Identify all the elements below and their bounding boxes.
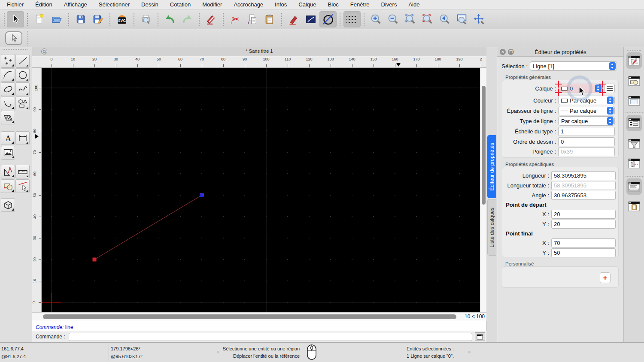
menu-item[interactable]: Cotation [170,1,191,8]
layer-menu-button[interactable] [605,84,615,93]
tool-points[interactable] [1,54,15,68]
linetype-dropdown[interactable]: Par calque [558,116,615,126]
zoom-in-button[interactable] [368,11,385,27]
zoom-window-button[interactable] [453,11,471,27]
tool-hatch[interactable] [1,111,15,124]
selection-mode-button[interactable] [5,31,22,45]
tool-solid[interactable] [1,198,15,212]
linetype-scale-input[interactable] [558,127,615,136]
end-x-input[interactable] [551,238,616,247]
save-button[interactable] [72,11,89,27]
vruler-tick [39,217,41,217]
draw-order-input[interactable] [558,137,615,146]
vertical-scrollbar[interactable] [480,68,486,312]
line-settings-button[interactable] [302,11,319,27]
svg-export-button[interactable]: SVG [113,11,131,27]
draft-mode-button[interactable] [319,11,337,27]
start-y-input[interactable] [551,220,616,229]
dock-view-list-button[interactable] [626,93,642,109]
vruler-tick [39,195,41,196]
zoom-range-label: 10 < 100 [465,314,485,320]
cut-button[interactable]: ✂+ [227,11,244,27]
menu-item[interactable]: Divers [381,1,397,8]
redo-button[interactable] [179,11,196,27]
panel-header: ✕ ❐ Éditeur de propriétés [497,47,624,57]
tab-property-editor[interactable]: Éditeur de propriétés [487,135,496,198]
menu-item[interactable]: Fichier [7,1,24,8]
redo-icon [181,13,193,25]
horizontal-scrollbar-thumb[interactable] [43,314,456,319]
new-file-button[interactable] [31,11,48,27]
tool-ellipse[interactable] [1,82,15,96]
dock-handle[interactable] [627,50,641,51]
dock-clipboard-button[interactable] [626,198,642,214]
menu-item[interactable]: Édition [35,1,52,8]
menu-item[interactable]: Bloc [328,1,338,8]
tool-circle[interactable] [15,68,30,82]
tab-layer-list[interactable]: Liste des calques [487,199,496,256]
dock-property-editor-button[interactable] [626,115,642,131]
tool-arc[interactable] [1,68,15,82]
delete-button[interactable] [203,11,220,27]
add-custom-property-button[interactable]: + [600,272,611,283]
menu-item[interactable]: Modifier [202,1,222,8]
menu-item[interactable]: Accrochage [234,1,263,8]
tool-drafting[interactable] [1,165,15,178]
angle-input[interactable] [551,191,616,200]
line-start-handle[interactable] [93,258,97,262]
drawing-canvas[interactable] [42,68,480,312]
command-input[interactable] [69,333,472,341]
start-x-input[interactable] [551,210,616,219]
zoom-previous-button[interactable] [436,11,453,27]
tool-block[interactable] [1,179,15,193]
hruler-tick [266,64,267,68]
zoom-auto-button[interactable] [402,11,419,27]
grid-toggle-button[interactable] [343,11,361,27]
zoom-out-button[interactable] [385,11,402,27]
paste-button[interactable] [261,11,278,27]
copy-button[interactable]: + [244,11,261,27]
line-end-handle[interactable] [200,193,204,197]
menu-item[interactable]: Infos [275,1,287,8]
menu-item[interactable]: Sélectionner [99,1,130,8]
edit-pencil-button[interactable] [285,11,302,27]
open-file-button[interactable] [48,11,65,27]
save-as-button[interactable] [89,11,106,27]
selection-dropdown[interactable]: Ligne [1] [530,61,617,71]
palette-handle[interactable] [3,49,27,50]
end-y-input[interactable] [551,248,616,257]
document-titlebar[interactable]: * Sans titre 1 [32,47,486,56]
tool-text[interactable]: A [1,131,15,145]
tool-spline[interactable] [15,82,30,96]
select-tool-button[interactable] [7,11,24,27]
tool-measure[interactable] [15,165,30,178]
menu-item[interactable]: Affichage [64,1,87,8]
dock-selection-filter-button[interactable] [626,136,642,152]
dock-section-view-button[interactable] [626,155,642,172]
command-window-toggle-button[interactable] [475,332,485,341]
length-input[interactable] [551,171,616,180]
menu-item[interactable]: Calque [298,1,316,8]
dock-command-line-button[interactable] [626,178,642,195]
menu-item[interactable]: Fenêtre [350,1,370,8]
menu-item[interactable]: Aide [408,1,419,8]
print-preview-button[interactable] [137,11,155,27]
undo-button[interactable] [161,11,179,27]
tool-modify[interactable] [15,179,30,193]
zoom-pan-icon [473,13,485,25]
tool-dimension[interactable] [15,131,30,145]
lineweight-dropdown[interactable]: Par calque [558,106,615,115]
zoom-pan-button[interactable] [471,11,488,27]
horizontal-scrollbar[interactable]: 10 < 100 [32,312,486,321]
zoom-selected-button[interactable] [419,11,436,27]
selected-line-entity[interactable] [94,195,202,259]
tool-image[interactable] [1,146,15,160]
tool-polygon[interactable] [15,97,30,110]
vertical-scrollbar-thumb[interactable] [482,86,486,205]
dock-library-browser-button[interactable] [626,52,642,69]
tool-polyline[interactable] [1,97,15,110]
menu-item[interactable]: Dessin [141,1,158,8]
custom-section-label: Personnalisé [505,261,534,266]
dock-block-list-button[interactable] [626,73,642,89]
tool-line[interactable] [15,54,30,68]
